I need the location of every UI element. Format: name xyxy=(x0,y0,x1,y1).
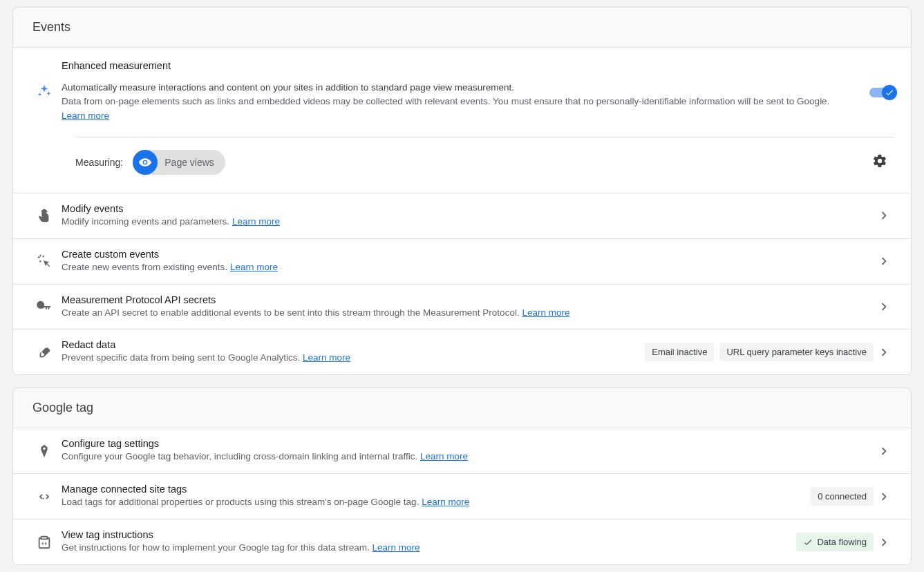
chevron-right-icon xyxy=(874,208,894,223)
tag-icon xyxy=(27,444,62,459)
status-badges: Email inactive URL query parameter keys … xyxy=(645,343,874,361)
google-tag-header: Google tag xyxy=(13,388,911,428)
learn-more-link[interactable]: Learn more xyxy=(303,352,350,363)
page-views-chip: Page views xyxy=(133,150,225,175)
enhanced-measurement-toggle[interactable] xyxy=(869,88,894,97)
redact-data-row[interactable]: Redact data Prevent specific data from b… xyxy=(13,329,911,374)
check-icon xyxy=(803,537,813,547)
row-desc: Configure your Google tag behavior, incl… xyxy=(62,450,874,464)
touch-icon xyxy=(27,208,62,223)
eye-icon xyxy=(133,150,158,175)
email-inactive-badge: Email inactive xyxy=(645,343,714,361)
row-desc: Load tags for additional properties or p… xyxy=(62,496,802,509)
row-desc: Modify incoming events and parameters. L… xyxy=(62,216,874,229)
row-title: Configure tag settings xyxy=(62,438,874,449)
learn-more-link[interactable]: Learn more xyxy=(422,497,469,507)
sparkle-icon xyxy=(27,60,62,123)
enhanced-measurement-desc: Data from on-page elements such as links… xyxy=(62,95,856,123)
modify-events-row[interactable]: Modify events Modify incoming events and… xyxy=(13,193,911,238)
measurement-protocol-row[interactable]: Measurement Protocol API secrets Create … xyxy=(13,284,911,330)
learn-more-link[interactable]: Learn more xyxy=(420,451,468,461)
cursor-click-icon xyxy=(27,254,62,269)
chevron-right-icon xyxy=(874,535,894,550)
row-title: Measurement Protocol API secrets xyxy=(62,294,874,305)
events-header: Events xyxy=(13,8,911,48)
row-desc: Get instructions for how to implement yo… xyxy=(62,542,788,555)
measuring-row: Measuring: Page views xyxy=(27,137,894,193)
enhanced-measurement-intro: Automatically measure interactions and c… xyxy=(62,81,856,95)
data-flowing-badge: Data flowing xyxy=(796,533,874,551)
row-title: Create custom events xyxy=(62,249,874,260)
google-tag-card: Google tag Configure tag settings Config… xyxy=(12,388,912,565)
create-custom-events-row[interactable]: Create custom events Create new events f… xyxy=(13,238,911,284)
chevron-right-icon xyxy=(874,299,894,314)
clipboard-icon xyxy=(27,535,62,550)
eraser-icon xyxy=(27,345,62,360)
enhanced-measurement-title: Enhanced measurement xyxy=(62,60,856,71)
status-badges: 0 connected xyxy=(811,487,874,506)
manage-connected-tags-row[interactable]: Manage connected site tags Load tags for… xyxy=(13,473,911,519)
learn-more-link[interactable]: Learn more xyxy=(522,307,569,318)
row-desc: Create an API secret to enable additiona… xyxy=(62,307,874,320)
row-title: Modify events xyxy=(62,203,874,214)
url-inactive-badge: URL query parameter keys inactive xyxy=(719,343,874,361)
view-tag-instructions-row[interactable]: View tag instructions Get instructions f… xyxy=(13,519,911,564)
connected-count-badge: 0 connected xyxy=(811,487,874,506)
row-desc: Prevent specific data from being sent to… xyxy=(62,352,637,365)
row-title: View tag instructions xyxy=(62,529,788,540)
key-icon xyxy=(27,299,62,314)
code-icon xyxy=(27,489,62,504)
learn-more-link[interactable]: Learn more xyxy=(372,542,419,553)
events-card: Events Enhanced measurement Automaticall… xyxy=(12,7,912,375)
chevron-right-icon xyxy=(874,444,894,459)
settings-button[interactable] xyxy=(872,153,887,171)
chevron-right-icon xyxy=(874,345,894,360)
learn-more-link[interactable]: Learn more xyxy=(230,262,278,272)
configure-tag-settings-row[interactable]: Configure tag settings Configure your Go… xyxy=(13,428,911,473)
measuring-label: Measuring: xyxy=(75,157,123,168)
toggle-knob xyxy=(882,85,897,100)
chevron-right-icon xyxy=(874,489,894,504)
status-badges: Data flowing xyxy=(796,533,874,551)
chevron-right-icon xyxy=(874,254,894,269)
enhanced-measurement-section: Enhanced measurement Automatically measu… xyxy=(13,48,911,193)
check-icon xyxy=(885,88,894,97)
row-title: Manage connected site tags xyxy=(62,484,802,495)
row-desc: Create new events from existing events. … xyxy=(62,261,874,274)
row-title: Redact data xyxy=(62,339,637,350)
learn-more-link[interactable]: Learn more xyxy=(232,216,280,227)
learn-more-link[interactable]: Learn more xyxy=(62,111,109,121)
gear-icon xyxy=(872,153,887,169)
chip-label: Page views xyxy=(164,157,214,168)
